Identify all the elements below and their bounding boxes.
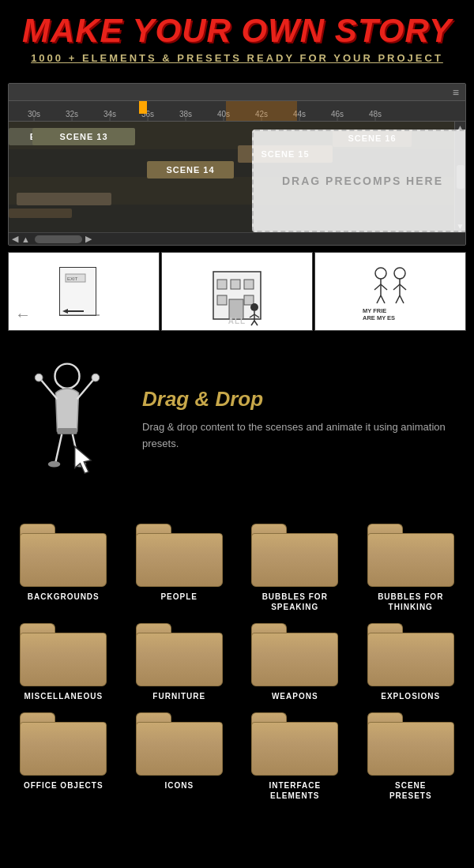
- folder-furniture-icon: [136, 623, 223, 686]
- folder-furniture[interactable]: FURNITURE: [127, 623, 232, 701]
- folder-bubbles-thinking-label: BUBBLES FORTHINKING: [378, 592, 443, 612]
- scroll-right-icon[interactable]: ▶: [85, 234, 92, 244]
- folder-office-objects-label: OFFICE OBJECTS: [24, 780, 103, 791]
- svg-rect-12: [244, 295, 254, 305]
- timeline-panel: ≡ 30s 32s 34s 36s 38s 40s 42s 44s 46s 48…: [8, 83, 466, 246]
- thumbnail-1[interactable]: EXIT ←: [8, 252, 160, 331]
- ruler-42s: 42s: [243, 110, 280, 118]
- folder-grid: BACKGROUNDS PEOPLE BUBBLES FORSPEAKING B…: [0, 508, 474, 817]
- folder-scene-presets-label: SCENEPRESETS: [389, 780, 432, 801]
- svg-line-35: [40, 379, 57, 399]
- folder-interface-elements[interactable]: INTERFACEELEMENTS: [243, 712, 348, 801]
- dnd-text-area: Drag & Drop Drag & drop content to the s…: [142, 387, 458, 453]
- folder-miscellaneous[interactable]: MISCELLANEOUS: [11, 623, 116, 701]
- folder-people-label: PEOPLE: [160, 592, 198, 602]
- ruler-40s: 40s: [205, 110, 243, 118]
- thumbnail-3[interactable]: MY FRIE ARE MY ES: [314, 252, 466, 331]
- scene-13-label: SCENE 13: [59, 132, 107, 141]
- folder-scene-presets[interactable]: SCENEPRESETS: [359, 712, 464, 801]
- thumbnail-2[interactable]: ALL: [161, 252, 313, 331]
- scene-13-bar[interactable]: SCENE 13: [32, 128, 135, 145]
- svg-line-25: [381, 295, 385, 303]
- svg-rect-8: [217, 280, 227, 289]
- folder-office-objects[interactable]: OFFICE OBJECTS: [11, 712, 116, 801]
- svg-line-30: [396, 295, 400, 303]
- subtitle: 1000 + ELEMENTS & PRESETS READY FOR YOUR…: [13, 52, 461, 64]
- folder-icons-label: ICONS: [164, 780, 194, 791]
- dnd-character-illustration: [16, 355, 126, 484]
- thumb-2-label: ALL: [228, 317, 246, 325]
- svg-rect-11: [217, 295, 227, 305]
- ruler-30s: 30s: [15, 110, 53, 118]
- ruler-48s: 48s: [356, 110, 394, 118]
- scene-14-label: SCENE 14: [166, 165, 214, 175]
- svg-text:MY FRIE: MY FRIE: [363, 307, 386, 314]
- scroll-up-small-icon[interactable]: ▲: [21, 235, 30, 244]
- drag-precomps-area[interactable]: DRAG PRECOMPS HERE: [252, 130, 465, 232]
- folder-backgrounds-icon: [20, 524, 107, 587]
- folder-miscellaneous-icon: [20, 623, 107, 686]
- thumb-1-sketch: EXIT: [9, 253, 159, 330]
- folder-weapons-icon: [251, 623, 338, 686]
- folder-people[interactable]: PEOPLE: [127, 524, 232, 612]
- svg-point-42: [48, 461, 61, 468]
- svg-marker-44: [75, 446, 91, 473]
- character-svg: [16, 355, 118, 481]
- folder-backgrounds[interactable]: BACKGROUNDS: [11, 524, 116, 612]
- folder-bubbles-thinking[interactable]: BUBBLES FORTHINKING: [359, 524, 464, 612]
- timeline-horizontal-scrollbar[interactable]: ◀ ▲ ▶: [9, 232, 465, 245]
- svg-point-37: [35, 374, 43, 381]
- scene-14-bar[interactable]: SCENE 14: [147, 161, 234, 178]
- ruler-32s: 32s: [53, 110, 91, 118]
- folder-explosions-label: EXPLOSIONS: [381, 691, 440, 701]
- folder-bubbles-speaking-label: BUBBLES FORSPEAKING: [262, 592, 328, 612]
- svg-rect-10: [244, 280, 254, 289]
- folder-bubbles-thinking-icon: [367, 524, 454, 587]
- timeline-header-bar: ≡: [9, 84, 465, 101]
- svg-line-24: [377, 295, 381, 303]
- thumb-1-svg: EXIT: [56, 260, 111, 323]
- svg-line-19: [254, 321, 258, 325]
- svg-rect-39: [57, 428, 77, 434]
- timeline-ruler: 30s 32s 34s 36s 38s 40s 42s 44s 46s 48s: [9, 101, 465, 122]
- svg-text:EXIT: EXIT: [67, 276, 78, 281]
- folder-weapons[interactable]: WEAPONS: [243, 623, 348, 701]
- folder-bubbles-speaking-icon: [251, 524, 338, 587]
- svg-point-34: [55, 364, 79, 389]
- folder-interface-elements-icon: [251, 712, 338, 776]
- svg-line-23: [381, 284, 387, 290]
- svg-line-29: [400, 284, 406, 290]
- ruler-38s: 38s: [167, 110, 205, 118]
- svg-point-26: [394, 268, 405, 279]
- svg-line-31: [400, 295, 404, 303]
- folder-miscellaneous-label: MISCELLANEOUS: [24, 691, 103, 701]
- svg-text:ARE MY ES: ARE MY ES: [363, 314, 395, 321]
- svg-line-40: [55, 434, 62, 462]
- scroll-thumb-horizontal[interactable]: [35, 235, 82, 243]
- folder-scene-presets-icon: [367, 712, 454, 776]
- timeline-menu-icon[interactable]: ≡: [453, 86, 459, 99]
- folder-people-icon: [136, 524, 223, 587]
- folder-furniture-label: FURNITURE: [152, 691, 205, 701]
- folder-bubbles-speaking[interactable]: BUBBLES FORSPEAKING: [243, 524, 348, 612]
- svg-point-14: [250, 303, 258, 311]
- svg-rect-9: [231, 280, 240, 289]
- thumb-3-sketch: MY FRIE ARE MY ES: [315, 253, 465, 330]
- thumb-1-arrow: ←: [15, 306, 31, 324]
- drag-precomps-label: DRAG PRECOMPS HERE: [282, 175, 443, 187]
- ruler-34s: 34s: [91, 110, 129, 118]
- folder-backgrounds-label: BACKGROUNDS: [28, 592, 100, 602]
- folder-icons-icon: [136, 712, 223, 776]
- dnd-section: Drag & Drop Drag & drop content to the s…: [0, 331, 474, 508]
- thumb-3-svg: MY FRIE ARE MY ES: [359, 256, 422, 327]
- timeline-tracks: E 12 SCENE 13 SCENE 14 SCENE 15 SCENE 16…: [9, 122, 465, 232]
- scroll-left-icon[interactable]: ◀: [12, 234, 18, 244]
- ruler-46s: 46s: [318, 110, 356, 118]
- svg-point-38: [92, 374, 100, 381]
- folder-weapons-label: WEAPONS: [272, 691, 318, 701]
- svg-point-20: [375, 268, 386, 279]
- folder-explosions[interactable]: EXPLOSIONS: [359, 623, 464, 701]
- folder-icons[interactable]: ICONS: [127, 712, 232, 801]
- main-title: MAKE YOUR OWN STORY: [13, 14, 461, 47]
- svg-line-18: [251, 321, 254, 325]
